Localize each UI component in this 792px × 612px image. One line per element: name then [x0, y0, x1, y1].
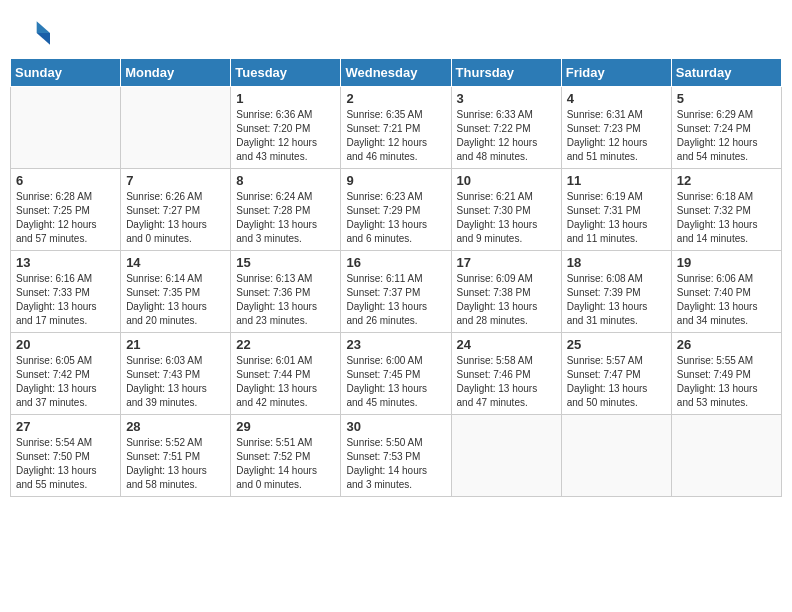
day-detail: Sunrise: 6:35 AM Sunset: 7:21 PM Dayligh…: [346, 108, 445, 164]
day-detail: Sunrise: 5:52 AM Sunset: 7:51 PM Dayligh…: [126, 436, 225, 492]
calendar-cell: 30Sunrise: 5:50 AM Sunset: 7:53 PM Dayli…: [341, 415, 451, 497]
weekday-header-monday: Monday: [121, 59, 231, 87]
svg-marker-0: [37, 21, 50, 33]
svg-marker-1: [37, 33, 50, 45]
day-detail: Sunrise: 5:54 AM Sunset: 7:50 PM Dayligh…: [16, 436, 115, 492]
weekday-header-wednesday: Wednesday: [341, 59, 451, 87]
day-detail: Sunrise: 6:19 AM Sunset: 7:31 PM Dayligh…: [567, 190, 666, 246]
calendar-week-row: 27Sunrise: 5:54 AM Sunset: 7:50 PM Dayli…: [11, 415, 782, 497]
day-detail: Sunrise: 5:55 AM Sunset: 7:49 PM Dayligh…: [677, 354, 776, 410]
calendar-cell: 21Sunrise: 6:03 AM Sunset: 7:43 PM Dayli…: [121, 333, 231, 415]
calendar-cell: 25Sunrise: 5:57 AM Sunset: 7:47 PM Dayli…: [561, 333, 671, 415]
calendar-cell: 17Sunrise: 6:09 AM Sunset: 7:38 PM Dayli…: [451, 251, 561, 333]
day-number: 27: [16, 419, 115, 434]
calendar-cell: [451, 415, 561, 497]
calendar-cell: [671, 415, 781, 497]
day-number: 25: [567, 337, 666, 352]
calendar-week-row: 13Sunrise: 6:16 AM Sunset: 7:33 PM Dayli…: [11, 251, 782, 333]
calendar-cell: 26Sunrise: 5:55 AM Sunset: 7:49 PM Dayli…: [671, 333, 781, 415]
day-number: 5: [677, 91, 776, 106]
day-number: 1: [236, 91, 335, 106]
weekday-header-friday: Friday: [561, 59, 671, 87]
calendar-cell: [121, 87, 231, 169]
day-number: 20: [16, 337, 115, 352]
logo-icon: [20, 18, 50, 48]
day-detail: Sunrise: 6:31 AM Sunset: 7:23 PM Dayligh…: [567, 108, 666, 164]
day-detail: Sunrise: 5:50 AM Sunset: 7:53 PM Dayligh…: [346, 436, 445, 492]
day-number: 9: [346, 173, 445, 188]
day-number: 23: [346, 337, 445, 352]
day-number: 8: [236, 173, 335, 188]
day-number: 14: [126, 255, 225, 270]
day-number: 28: [126, 419, 225, 434]
calendar-cell: 2Sunrise: 6:35 AM Sunset: 7:21 PM Daylig…: [341, 87, 451, 169]
day-detail: Sunrise: 6:13 AM Sunset: 7:36 PM Dayligh…: [236, 272, 335, 328]
day-detail: Sunrise: 6:00 AM Sunset: 7:45 PM Dayligh…: [346, 354, 445, 410]
calendar-cell: 24Sunrise: 5:58 AM Sunset: 7:46 PM Dayli…: [451, 333, 561, 415]
day-detail: Sunrise: 6:36 AM Sunset: 7:20 PM Dayligh…: [236, 108, 335, 164]
day-number: 2: [346, 91, 445, 106]
calendar-cell: 20Sunrise: 6:05 AM Sunset: 7:42 PM Dayli…: [11, 333, 121, 415]
day-detail: Sunrise: 6:11 AM Sunset: 7:37 PM Dayligh…: [346, 272, 445, 328]
page-header: [10, 10, 782, 52]
day-number: 26: [677, 337, 776, 352]
calendar-cell: 23Sunrise: 6:00 AM Sunset: 7:45 PM Dayli…: [341, 333, 451, 415]
day-detail: Sunrise: 6:24 AM Sunset: 7:28 PM Dayligh…: [236, 190, 335, 246]
day-detail: Sunrise: 6:26 AM Sunset: 7:27 PM Dayligh…: [126, 190, 225, 246]
day-detail: Sunrise: 5:58 AM Sunset: 7:46 PM Dayligh…: [457, 354, 556, 410]
calendar-cell: 13Sunrise: 6:16 AM Sunset: 7:33 PM Dayli…: [11, 251, 121, 333]
calendar-cell: 16Sunrise: 6:11 AM Sunset: 7:37 PM Dayli…: [341, 251, 451, 333]
day-number: 15: [236, 255, 335, 270]
calendar-cell: 14Sunrise: 6:14 AM Sunset: 7:35 PM Dayli…: [121, 251, 231, 333]
day-detail: Sunrise: 6:29 AM Sunset: 7:24 PM Dayligh…: [677, 108, 776, 164]
calendar-cell: [561, 415, 671, 497]
day-number: 17: [457, 255, 556, 270]
calendar-cell: 22Sunrise: 6:01 AM Sunset: 7:44 PM Dayli…: [231, 333, 341, 415]
day-detail: Sunrise: 6:16 AM Sunset: 7:33 PM Dayligh…: [16, 272, 115, 328]
calendar-cell: 4Sunrise: 6:31 AM Sunset: 7:23 PM Daylig…: [561, 87, 671, 169]
calendar-cell: 19Sunrise: 6:06 AM Sunset: 7:40 PM Dayli…: [671, 251, 781, 333]
day-number: 18: [567, 255, 666, 270]
day-detail: Sunrise: 6:21 AM Sunset: 7:30 PM Dayligh…: [457, 190, 556, 246]
day-number: 29: [236, 419, 335, 434]
weekday-header-sunday: Sunday: [11, 59, 121, 87]
day-detail: Sunrise: 6:01 AM Sunset: 7:44 PM Dayligh…: [236, 354, 335, 410]
calendar-cell: 6Sunrise: 6:28 AM Sunset: 7:25 PM Daylig…: [11, 169, 121, 251]
calendar-cell: 15Sunrise: 6:13 AM Sunset: 7:36 PM Dayli…: [231, 251, 341, 333]
day-detail: Sunrise: 6:23 AM Sunset: 7:29 PM Dayligh…: [346, 190, 445, 246]
calendar-cell: 29Sunrise: 5:51 AM Sunset: 7:52 PM Dayli…: [231, 415, 341, 497]
day-number: 16: [346, 255, 445, 270]
calendar-cell: 5Sunrise: 6:29 AM Sunset: 7:24 PM Daylig…: [671, 87, 781, 169]
calendar-week-row: 1Sunrise: 6:36 AM Sunset: 7:20 PM Daylig…: [11, 87, 782, 169]
day-detail: Sunrise: 6:03 AM Sunset: 7:43 PM Dayligh…: [126, 354, 225, 410]
logo: [20, 18, 54, 48]
day-detail: Sunrise: 5:57 AM Sunset: 7:47 PM Dayligh…: [567, 354, 666, 410]
day-number: 3: [457, 91, 556, 106]
calendar-cell: 27Sunrise: 5:54 AM Sunset: 7:50 PM Dayli…: [11, 415, 121, 497]
calendar-cell: 1Sunrise: 6:36 AM Sunset: 7:20 PM Daylig…: [231, 87, 341, 169]
calendar-cell: [11, 87, 121, 169]
day-detail: Sunrise: 6:09 AM Sunset: 7:38 PM Dayligh…: [457, 272, 556, 328]
calendar-cell: 28Sunrise: 5:52 AM Sunset: 7:51 PM Dayli…: [121, 415, 231, 497]
calendar-cell: 8Sunrise: 6:24 AM Sunset: 7:28 PM Daylig…: [231, 169, 341, 251]
day-number: 6: [16, 173, 115, 188]
calendar-week-row: 6Sunrise: 6:28 AM Sunset: 7:25 PM Daylig…: [11, 169, 782, 251]
day-detail: Sunrise: 5:51 AM Sunset: 7:52 PM Dayligh…: [236, 436, 335, 492]
weekday-header-tuesday: Tuesday: [231, 59, 341, 87]
calendar-table: SundayMondayTuesdayWednesdayThursdayFrid…: [10, 58, 782, 497]
day-number: 24: [457, 337, 556, 352]
calendar-cell: 11Sunrise: 6:19 AM Sunset: 7:31 PM Dayli…: [561, 169, 671, 251]
day-number: 19: [677, 255, 776, 270]
day-detail: Sunrise: 6:18 AM Sunset: 7:32 PM Dayligh…: [677, 190, 776, 246]
day-detail: Sunrise: 6:05 AM Sunset: 7:42 PM Dayligh…: [16, 354, 115, 410]
day-number: 4: [567, 91, 666, 106]
day-number: 10: [457, 173, 556, 188]
calendar-cell: 3Sunrise: 6:33 AM Sunset: 7:22 PM Daylig…: [451, 87, 561, 169]
day-detail: Sunrise: 6:14 AM Sunset: 7:35 PM Dayligh…: [126, 272, 225, 328]
calendar-cell: 7Sunrise: 6:26 AM Sunset: 7:27 PM Daylig…: [121, 169, 231, 251]
calendar-cell: 9Sunrise: 6:23 AM Sunset: 7:29 PM Daylig…: [341, 169, 451, 251]
weekday-header-saturday: Saturday: [671, 59, 781, 87]
day-number: 21: [126, 337, 225, 352]
calendar-week-row: 20Sunrise: 6:05 AM Sunset: 7:42 PM Dayli…: [11, 333, 782, 415]
weekday-header-thursday: Thursday: [451, 59, 561, 87]
